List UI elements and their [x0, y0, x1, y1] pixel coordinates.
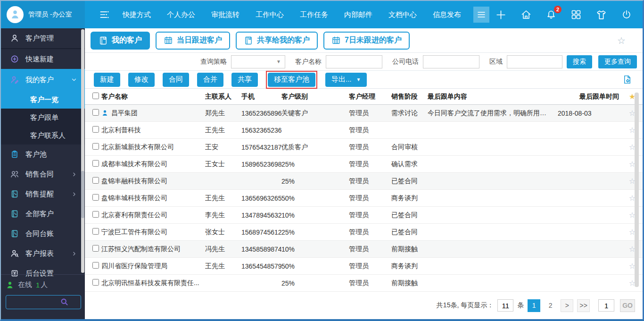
table-row[interactable]: 四川省医疗保险管理局 王先生 13654548579 50% 管理员 商务谈判 …: [85, 258, 643, 275]
row-checkbox[interactable]: [92, 126, 99, 133]
row-checkbox[interactable]: [92, 211, 99, 218]
home-icon[interactable]: [520, 9, 532, 20]
goto-page-input[interactable]: [598, 299, 614, 312]
topnav-item-shortcuts[interactable]: 快捷方式: [123, 10, 151, 19]
topnav-item-approval-flow[interactable]: 审批流转: [211, 10, 239, 19]
strategy-select[interactable]: ▼: [231, 55, 285, 68]
sidebar-scrollbar[interactable]: [81, 29, 84, 273]
tab-today-followed[interactable]: 当日跟进客户: [156, 32, 230, 50]
col-level: 客户级别: [281, 93, 349, 101]
next-page-button[interactable]: >: [561, 299, 573, 312]
topnav-item-personal-office[interactable]: 个人办公: [167, 10, 195, 19]
star-outline-icon[interactable]: ☆: [622, 245, 643, 253]
table-row[interactable]: 宁波巨工管件有限公司 张女士 15689745612 25% 管理员 已签合同 …: [85, 224, 643, 241]
contract-button[interactable]: 合同: [163, 73, 189, 87]
row-checkbox[interactable]: [92, 109, 99, 116]
table-row[interactable]: 昌平集团 郑先生 13652365896 关键客户 管理员 需求讨论 今日同客户…: [85, 105, 643, 122]
sidebar-item-my-customers[interactable]: 我的客户: [1, 69, 85, 91]
star-outline-icon[interactable]: ☆: [622, 228, 643, 237]
new-button[interactable]: 新建: [94, 73, 120, 87]
row-checkbox[interactable]: [92, 143, 99, 150]
apps-grid-icon[interactable]: [570, 9, 582, 20]
sidebar-item-all-customers[interactable]: 全部客户: [1, 204, 85, 224]
topnav-item-work-tasks[interactable]: 工作任务: [300, 10, 328, 19]
sidebar-item-customer-overview[interactable]: 客户一览: [1, 91, 85, 109]
customer-name: 成都丰城技术有限公司: [101, 160, 167, 169]
search-button[interactable]: 搜索: [567, 55, 592, 68]
table-scrollbar[interactable]: [635, 93, 639, 287]
company-phone-input[interactable]: [423, 55, 479, 68]
sidebar-item-customer-pool[interactable]: 客户池: [1, 144, 85, 164]
topnav-item-document-center[interactable]: 文档中心: [388, 10, 417, 19]
star-outline-icon[interactable]: ☆: [622, 160, 643, 169]
table-row[interactable]: 成都丰城技术有限公司 王女士 15896523698 25% 管理员 确认需求 …: [85, 156, 643, 173]
tshirt-theme-icon[interactable]: [595, 9, 607, 21]
sidebar-search-input[interactable]: [6, 295, 81, 309]
plus-icon[interactable]: [495, 9, 507, 21]
row-checkbox[interactable]: [92, 245, 99, 252]
last-page-button[interactable]: >>: [577, 299, 590, 312]
tab-not-followed-7days[interactable]: 7日未跟进的客户: [323, 32, 410, 50]
move-to-pool-button[interactable]: 移至客户池: [268, 73, 315, 87]
row-checkbox[interactable]: [92, 262, 99, 269]
table-row[interactable]: 江苏恒义汽配制造有限公司 冯先生 13458589874 10% 管理员 前期接…: [85, 241, 643, 258]
merge-button[interactable]: 合并: [197, 73, 223, 87]
star-outline-icon[interactable]: ☆: [622, 126, 643, 135]
customer-name: 盘锦丰城科技有限公司: [101, 194, 167, 203]
topbar-icon-group: 2: [495, 9, 643, 21]
table-row[interactable]: 北京利普科技 王先生 15632365236 管理员 ☆: [85, 122, 643, 139]
table-row[interactable]: 盘锦丰融科技有限公司 25% 管理员 已签合同 ☆: [85, 173, 643, 190]
star-outline-icon[interactable]: ☆: [622, 143, 643, 152]
sidebar-item-customer-management[interactable]: 客户管理: [1, 28, 85, 48]
customer-name-input[interactable]: [326, 55, 382, 68]
per-page-input[interactable]: [497, 299, 513, 312]
more-search-button[interactable]: 更多查询: [598, 55, 637, 68]
linkman-icon[interactable]: [101, 110, 108, 117]
share-button[interactable]: 共享: [231, 73, 258, 87]
row-checkbox[interactable]: [92, 194, 99, 201]
power-icon[interactable]: [621, 9, 632, 20]
star-outline-icon[interactable]: ☆: [622, 262, 643, 270]
table-row[interactable]: 盘锦丰城科技有限公司 王先生 13656963265 50% 管理员 商务谈判 …: [85, 190, 643, 207]
row-checkbox[interactable]: [92, 160, 99, 167]
row-checkbox[interactable]: [92, 279, 99, 286]
select-all-checkbox[interactable]: [92, 93, 99, 99]
topnav-item-info-publish[interactable]: 信息发布: [433, 10, 461, 19]
favorite-page-star-icon[interactable]: ☆: [617, 35, 626, 46]
star-outline-icon[interactable]: ☆: [622, 177, 643, 186]
tab-shared-with-me[interactable]: 共享给我的客户: [236, 32, 318, 50]
star-outline-icon[interactable]: ☆: [622, 211, 643, 220]
star-filled-icon[interactable]: ★: [622, 92, 643, 101]
bell-icon[interactable]: 2: [545, 9, 557, 20]
topnav-item-internal-mail[interactable]: 内部邮件: [344, 10, 372, 19]
sidebar-item-customer-reports[interactable]: 客户报表: [1, 244, 85, 263]
table-row[interactable]: 北京明讯恒基科技发展有限责任... 25% 管理员 前期接触 ☆: [85, 275, 643, 292]
star-outline-icon[interactable]: ☆: [622, 109, 643, 118]
more-menu-icon[interactable]: [473, 7, 489, 23]
table-row[interactable]: 北京新城新技术有限公司 王安 15765432187 优质客户 管理员 合同审核…: [85, 139, 643, 156]
user-menu[interactable]: 管理员 -办公室: [1, 1, 85, 28]
page-button-2[interactable]: 2: [544, 299, 557, 312]
sidebar-item-sales-reminders[interactable]: 销售提醒: [1, 184, 85, 204]
table-row[interactable]: 北京赛利有限责任公司 李先生 13478945632 10% 管理员 已签合同 …: [85, 207, 643, 224]
region-input[interactable]: [507, 55, 562, 68]
page-button-1[interactable]: 1: [528, 299, 540, 312]
export-settings-icon[interactable]: [622, 75, 632, 84]
go-button[interactable]: GO: [620, 299, 635, 312]
row-checkbox[interactable]: [92, 177, 99, 184]
customer-name: 北京赛利有限责任公司: [101, 211, 167, 220]
star-outline-icon[interactable]: ☆: [622, 279, 643, 287]
search-icon[interactable]: [60, 297, 69, 308]
sidebar-item-contract-ledger[interactable]: 合同台账: [1, 224, 85, 244]
collapse-menu-icon[interactable]: [98, 8, 110, 21]
edit-button[interactable]: 修改: [128, 73, 155, 87]
sidebar-item-quick-create[interactable]: 快速新建: [1, 49, 85, 69]
tab-my-customers[interactable]: 我的客户: [91, 32, 150, 50]
row-checkbox[interactable]: [92, 228, 99, 235]
sidebar-item-customer-contacts[interactable]: 客户联系人: [1, 127, 85, 144]
sidebar-item-customer-follow[interactable]: 客户跟单: [1, 109, 85, 127]
sidebar-item-sales-contracts[interactable]: 销售合同: [1, 164, 85, 184]
star-outline-icon[interactable]: ☆: [622, 194, 643, 203]
topnav-item-work-center[interactable]: 工作中心: [256, 10, 284, 19]
export-dropdown-button[interactable]: 导出... ▼: [325, 73, 367, 87]
